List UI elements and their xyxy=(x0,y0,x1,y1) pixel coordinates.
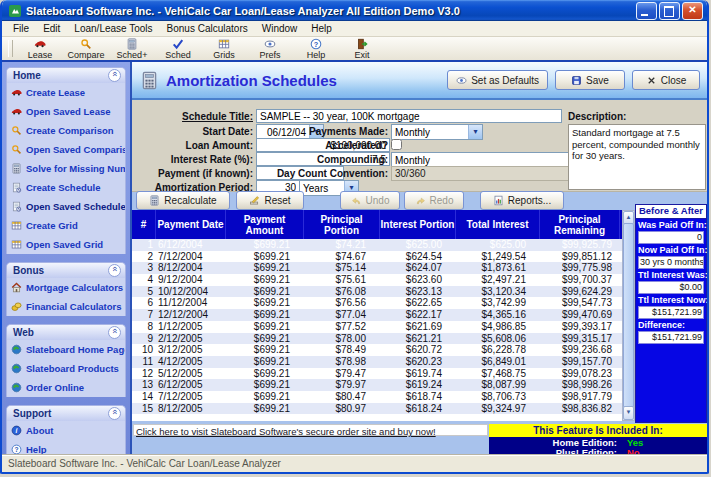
globe-icon xyxy=(12,364,20,372)
toolbar-button[interactable]: Sched xyxy=(155,37,201,60)
table-row[interactable]: 11 4/12/2005 $699.21 $78.98 $620.23 $6,8… xyxy=(132,356,622,368)
table-row[interactable]: 2 7/12/2004 $699.21 $74.67 $624.54 $1,24… xyxy=(132,251,622,263)
order-link[interactable]: Click here to visit Slateboard Software'… xyxy=(136,426,436,437)
menu-item[interactable]: Window xyxy=(255,21,305,36)
interest-rate-label: Interest Rate (%): xyxy=(132,153,253,166)
sidebar-item[interactable]: Create Comparison xyxy=(7,121,125,140)
table-row[interactable]: 13 6/12/2005 $699.21 $79.97 $619.24 $8,0… xyxy=(132,379,622,391)
description-box[interactable]: Standard mortgage at 7.5 percent, compou… xyxy=(568,124,706,190)
toolbar-button[interactable]: Lease xyxy=(17,37,63,60)
payment-label: Payment (if known): xyxy=(132,167,253,180)
table-row[interactable]: 10 3/12/2005 $699.21 $78.49 $620.72 $6,2… xyxy=(132,344,622,356)
scroll-down-icon[interactable] xyxy=(623,406,634,420)
scrollbar-thumb[interactable] xyxy=(623,223,634,408)
sidebar-section-header[interactable]: Home xyxy=(7,68,125,83)
sidebar-section-header[interactable]: Support xyxy=(7,406,125,421)
dropdown-arrow-icon[interactable] xyxy=(468,125,482,139)
toolbar-button[interactable]: Exit xyxy=(339,37,385,60)
payments-made-select[interactable]: Monthly xyxy=(391,124,483,140)
schedule-table: 1 6/12/2004 $699.21 $74.21 $625.00 $625.… xyxy=(132,239,622,421)
minimize-button[interactable] xyxy=(636,2,657,20)
accelerated-checkbox[interactable] xyxy=(391,139,402,150)
reports-button[interactable]: Reports... xyxy=(480,191,564,210)
page-title: Amortization Schedules xyxy=(166,72,447,89)
column-header[interactable]: Principal Remaining xyxy=(540,210,620,239)
sidebar-section-header[interactable]: Bonus xyxy=(7,263,125,278)
menu-item[interactable]: File xyxy=(6,21,36,36)
menu-item[interactable]: Loan/Lease Tools xyxy=(67,21,159,36)
window-title: Slateboard Software Inc. - VehiCalc Car … xyxy=(26,5,636,17)
menu-item[interactable]: Help xyxy=(304,21,339,36)
close-window-button[interactable] xyxy=(682,2,703,20)
menu-bar: FileEditLoan/Lease ToolsBonus Calculator… xyxy=(2,21,707,37)
title-bar[interactable]: Slateboard Software Inc. - VehiCalc Car … xyxy=(2,0,707,21)
table-row[interactable]: 1 6/12/2004 $699.21 $74.21 $625.00 $625.… xyxy=(132,239,622,251)
app-window: Slateboard Software Inc. - VehiCalc Car … xyxy=(0,0,709,474)
table-row[interactable]: 12 5/12/2005 $699.21 $79.47 $619.74 $7,4… xyxy=(132,368,622,380)
sidebar-section-bonus: Bonus Mortgage Calculators xyxy=(6,262,126,316)
sidebar-item[interactable]: Create Lease xyxy=(7,83,125,102)
sidebar-item[interactable]: Open Saved Lease xyxy=(7,102,125,121)
sidebar-item[interactable]: Slateboard Products xyxy=(7,359,125,378)
schedule-title-label: Schedule Title: xyxy=(132,110,253,123)
table-row[interactable]: 5 10/12/2004 $699.21 $76.08 $623.13 $3,1… xyxy=(132,286,622,298)
column-header[interactable]: # xyxy=(132,210,156,239)
car-icon xyxy=(12,109,22,115)
table-row[interactable]: 8 1/12/2005 $699.21 $77.52 $621.69 $4,98… xyxy=(132,321,622,333)
save-button[interactable]: Save xyxy=(555,70,625,90)
toolbar-button[interactable]: Compare xyxy=(63,37,109,60)
redo-button[interactable]: Redo xyxy=(404,191,464,210)
check-icon xyxy=(174,40,183,47)
maximize-button[interactable] xyxy=(659,2,680,20)
toolbar-button[interactable]: Prefs xyxy=(247,37,293,60)
recalculate-button[interactable]: Recalculate xyxy=(136,191,230,210)
table-row[interactable]: 9 2/12/2005 $699.21 $78.00 $621.21 $5,60… xyxy=(132,333,622,345)
column-header[interactable]: Payment Date xyxy=(156,210,226,239)
sidebar-item[interactable]: Slateboard Home Page xyxy=(7,340,125,359)
table-row[interactable]: 6 11/12/2004 $699.21 $76.56 $622.65 $3,7… xyxy=(132,297,622,309)
calculator-icon xyxy=(149,195,160,206)
sidebar-item[interactable]: Create Grid xyxy=(7,216,125,235)
sidebar-item[interactable]: Open Saved Comparison xyxy=(7,140,125,159)
table-scrollbar[interactable] xyxy=(622,210,635,421)
menu-item[interactable]: Edit xyxy=(36,21,67,36)
schedule-title-input[interactable] xyxy=(256,109,562,123)
table-row[interactable]: 15 8/12/2005 $699.21 $80.97 $618.24 $9,3… xyxy=(132,403,622,415)
collapse-chevron-icon[interactable] xyxy=(108,326,121,339)
toolbar-button[interactable]: Help xyxy=(293,37,339,60)
table-row[interactable]: 7 12/12/2004 $699.21 $77.04 $622.17 $4,3… xyxy=(132,309,622,321)
close-button[interactable]: Close xyxy=(632,70,700,90)
menu-item[interactable]: Bonus Calculators xyxy=(160,21,255,36)
sidebar-item[interactable]: Solve for Missing Number xyxy=(7,159,125,178)
sidebar-item[interactable]: Financial Calculators xyxy=(7,297,125,316)
sidebar-section-header[interactable]: Web xyxy=(7,325,125,340)
before-after-panel: Before & After Was Paid Off In: 0 Now Pa… xyxy=(635,204,707,423)
column-header[interactable]: Principal Portion xyxy=(304,210,380,239)
table-row[interactable]: 14 7/12/2005 $699.21 $80.47 $618.74 $8,7… xyxy=(132,391,622,403)
toolbar-button[interactable]: Sched+ xyxy=(109,37,155,60)
sidebar-item[interactable]: Help xyxy=(7,440,125,456)
column-header[interactable]: Payment Amount xyxy=(226,210,304,239)
coins-icon xyxy=(12,303,21,310)
sidebar-item[interactable]: Open Saved Grid xyxy=(7,235,125,254)
collapse-chevron-icon[interactable] xyxy=(108,264,121,277)
column-header[interactable]: Total Interest xyxy=(456,210,540,239)
table-row[interactable]: 3 8/12/2004 $699.21 $75.14 $624.07 $1,87… xyxy=(132,262,622,274)
start-date-label: Start Date: xyxy=(132,125,253,138)
sidebar-item[interactable]: Open Saved Schedule xyxy=(7,197,125,216)
collapse-chevron-icon[interactable] xyxy=(108,407,121,420)
toolbar-button[interactable]: Grids xyxy=(201,37,247,60)
globe-icon xyxy=(12,383,20,391)
collapse-chevron-icon[interactable] xyxy=(108,69,121,82)
undo-button[interactable]: Undo xyxy=(340,191,400,210)
column-header[interactable]: Interest Portion xyxy=(380,210,456,239)
table-row[interactable]: 4 9/12/2004 $699.21 $75.61 $623.60 $2,49… xyxy=(132,274,622,286)
magnifier-icon xyxy=(13,146,21,154)
reset-button[interactable]: Reset xyxy=(236,191,304,210)
sidebar-item[interactable]: About xyxy=(7,421,125,440)
sidebar-item[interactable]: Order Online xyxy=(7,378,125,397)
schedule-icon xyxy=(13,183,20,192)
sidebar-item[interactable]: Mortgage Calculators xyxy=(7,278,125,297)
sidebar-item[interactable]: Create Schedule xyxy=(7,178,125,197)
set-as-defaults-button[interactable]: Set as Defaults xyxy=(447,70,548,90)
